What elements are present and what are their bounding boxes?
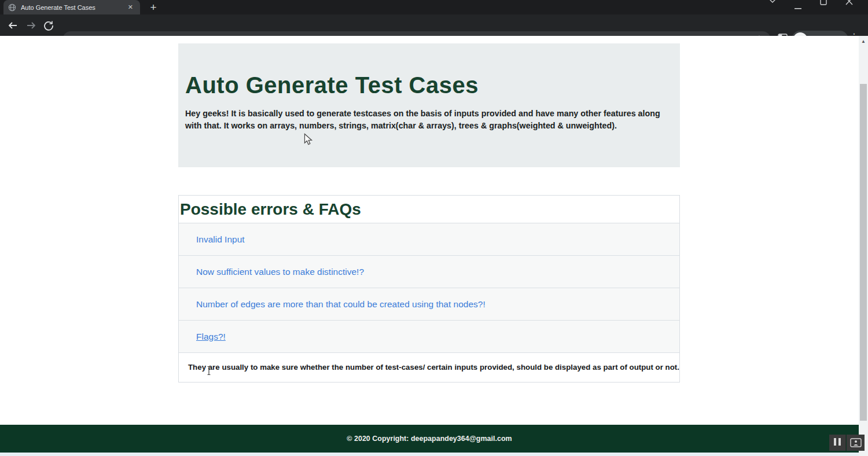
new-tab-button[interactable]: +	[146, 1, 161, 14]
back-icon[interactable]	[6, 19, 20, 32]
faq-item-invalid-input[interactable]: Invalid Input	[179, 223, 679, 256]
faq-link[interactable]: Flags?!	[196, 332, 226, 342]
close-window-icon[interactable]	[845, 0, 854, 8]
faq-expanded-answer: They are usually to make sure whether th…	[179, 353, 679, 381]
viewport-bottom-strip	[0, 453, 859, 456]
picture-in-picture-icon	[850, 438, 862, 447]
copyright-text: © 2020 Copyright: deepapandey364@gmail.c…	[347, 435, 512, 443]
picture-in-picture-button[interactable]	[847, 435, 865, 451]
faq-item-sufficient-values[interactable]: Now sufficient values to make distinctiv…	[179, 256, 679, 288]
scrollbar-thumb[interactable]	[860, 84, 867, 421]
tab-close-icon[interactable]: ✕	[126, 3, 135, 11]
faq-item-flags[interactable]: Flags?!	[179, 321, 679, 353]
browser-window: Auto Generate Test Cases ✕ +	[0, 0, 868, 456]
browser-toolbar: 127.0.0.1:8000/start/	[0, 14, 868, 36]
minimize-icon[interactable]	[794, 2, 802, 12]
page-footer: © 2020 Copyright: deepapandey364@gmail.c…	[0, 425, 859, 453]
scrollbar-up-icon[interactable]: ▲	[859, 39, 868, 44]
reload-icon[interactable]	[42, 19, 56, 32]
forward-icon[interactable]	[24, 19, 38, 32]
jumbotron: Auto Generate Test Cases Hey geeks! It i…	[178, 43, 680, 167]
faq-link[interactable]: Now sufficient values to make distinctiv…	[196, 267, 364, 277]
faq-card-title: Possible errors & FAQs	[179, 196, 679, 223]
recording-pause-button[interactable]	[829, 435, 846, 451]
page-scrollbar[interactable]: ▲	[859, 36, 868, 456]
tab-strip: Auto Generate Test Cases ✕ +	[0, 0, 868, 14]
tab-title: Auto Generate Test Cases	[21, 4, 126, 11]
globe-favicon-icon	[8, 3, 16, 12]
browser-tab[interactable]: Auto Generate Test Cases ✕	[3, 0, 140, 14]
pause-icon	[833, 437, 842, 448]
page-description: Hey geeks! It is basically used to gener…	[185, 108, 669, 132]
faq-item-number-of-edges[interactable]: Number of edges are more than that could…	[179, 288, 679, 321]
window-controls	[764, 0, 868, 14]
page-content: Auto Generate Test Cases Hey geeks! It i…	[0, 36, 859, 425]
faq-card: Possible errors & FAQs Invalid Input Now…	[178, 195, 680, 383]
chevron-down-icon[interactable]	[768, 0, 777, 8]
page-title: Auto Generate Test Cases	[185, 72, 673, 98]
faq-link[interactable]: Invalid Input	[196, 234, 245, 245]
maximize-icon[interactable]	[819, 0, 827, 8]
faq-link[interactable]: Number of edges are more than that could…	[196, 299, 486, 310]
